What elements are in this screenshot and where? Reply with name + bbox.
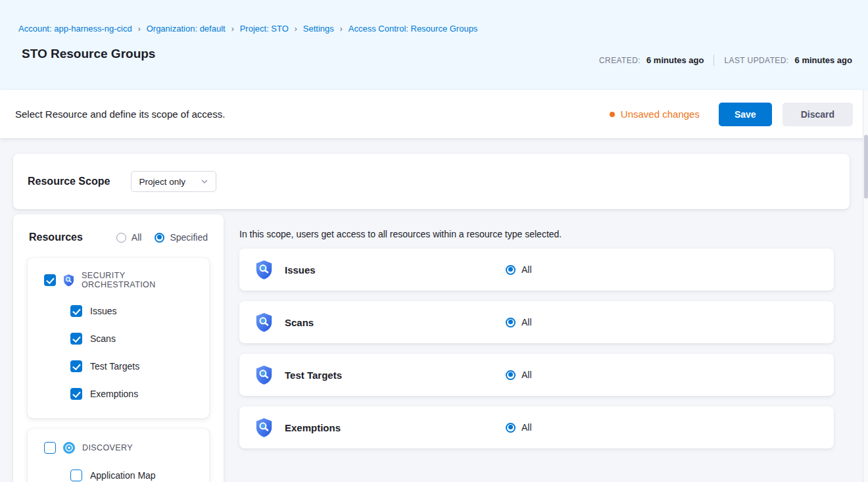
sto-shield-icon [63, 274, 74, 287]
chevron-right-icon: › [295, 24, 297, 34]
action-toolbar: Select Resource and define its scope of … [0, 90, 868, 138]
resource-item-issues: Issues [70, 305, 199, 317]
chevron-right-icon: › [340, 24, 343, 34]
resources-panel: Resources All Specified [13, 214, 224, 482]
scans-label: Scans [90, 333, 116, 344]
scope-info-text: In this scope, users get access to all r… [239, 229, 834, 239]
vertical-scrollbar[interactable] [863, 90, 868, 482]
resource-item-scans: Scans [70, 333, 199, 345]
issues-label: Issues [90, 306, 116, 316]
option-all-label: All [521, 370, 532, 380]
sto-shield-icon [255, 260, 273, 279]
scope-detail-panel: In this scope, users get access to all r… [239, 214, 850, 459]
radio-specified-label: Specified [170, 232, 208, 243]
group-label-security-orchestration: SECURITY ORCHESTRATION [82, 271, 199, 289]
discovery-checkbox[interactable] [44, 442, 56, 454]
exemptions-scope-radio-all[interactable]: All [506, 422, 532, 433]
resource-item-test-targets: Test Targets [70, 360, 199, 372]
resource-item-application-map: Application Map [70, 470, 199, 481]
sto-shield-icon [255, 418, 273, 437]
radio-all-label: All [132, 232, 142, 243]
breadcrumb-settings-link[interactable]: Settings [303, 24, 334, 34]
content-area: Resource Scope Project only Resources Al… [0, 138, 868, 482]
breadcrumb: Account: app-harness-ng-cicd › Organizat… [18, 24, 852, 34]
exemptions-label: Exemptions [90, 389, 138, 399]
header-meta: CREATED: 6 minutes ago LAST UPDATED: 6 m… [599, 55, 852, 66]
sto-shield-icon [255, 366, 273, 385]
breadcrumb-account-link[interactable]: Account: app-harness-ng-cicd [18, 24, 132, 34]
resource-group-discovery: DISCOVERY Application Map [28, 429, 209, 482]
unsaved-dot-icon [610, 112, 615, 117]
last-updated-label: LAST UPDATED: [724, 56, 788, 65]
resource-card-issues: Issues All [239, 249, 834, 291]
resource-scope-card: Resource Scope Project only [13, 154, 850, 209]
meta-divider [713, 55, 714, 66]
breadcrumb-project-link[interactable]: Project: STO [240, 24, 289, 34]
option-all-label: All [521, 264, 532, 275]
save-button[interactable]: Save [719, 103, 772, 126]
chevron-down-icon [201, 178, 208, 185]
page-header: Account: app-harness-ng-cicd › Organizat… [0, 0, 868, 90]
group-label-discovery: DISCOVERY [82, 443, 133, 452]
chevron-right-icon: › [231, 24, 234, 34]
radio-specified-icon[interactable] [155, 233, 164, 243]
radio-selected-icon[interactable] [506, 265, 516, 275]
issues-scope-radio-all[interactable]: All [506, 264, 532, 275]
radio-selected-icon[interactable] [506, 370, 516, 380]
test-targets-label: Test Targets [90, 361, 139, 372]
application-map-label: Application Map [90, 470, 156, 481]
created-value: 6 minutes ago [646, 55, 704, 65]
resource-card-exemptions: Exemptions All [239, 406, 834, 448]
radio-selected-icon[interactable] [506, 318, 516, 327]
option-all-label: All [521, 422, 532, 433]
resources-title: Resources [29, 231, 83, 243]
card-title-test-targets: Test Targets [285, 370, 506, 381]
radio-selected-icon[interactable] [506, 423, 516, 433]
radio-all[interactable]: All [116, 232, 142, 243]
scans-scope-radio-all[interactable]: All [506, 317, 532, 327]
resource-group-security-orchestration: SECURITY ORCHESTRATION Issues Scans Test… [28, 258, 209, 418]
discard-button[interactable]: Discard [783, 103, 853, 126]
card-title-scans: Scans [285, 317, 506, 328]
discovery-icon [63, 442, 75, 454]
resource-scope-selected-value: Project only [139, 177, 185, 187]
scrollbar-thumb[interactable] [864, 135, 868, 199]
exemptions-checkbox[interactable] [70, 388, 82, 400]
scans-checkbox[interactable] [70, 333, 82, 345]
resource-card-scans: Scans All [239, 301, 834, 343]
resource-item-exemptions: Exemptions [70, 388, 199, 400]
sto-shield-icon [255, 313, 273, 332]
toolbar-description: Select Resource and define its scope of … [15, 108, 225, 120]
breadcrumb-organization-link[interactable]: Organization: default [147, 24, 226, 34]
card-title-issues: Issues [285, 264, 506, 276]
resource-scope-select[interactable]: Project only [131, 171, 216, 192]
card-title-exemptions: Exemptions [285, 422, 506, 433]
last-updated-value: 6 minutes ago [795, 55, 852, 65]
radio-specified[interactable]: Specified [155, 232, 208, 243]
test-targets-checkbox[interactable] [70, 360, 82, 372]
resource-scope-label: Resource Scope [28, 176, 110, 187]
unsaved-changes-label: Unsaved changes [621, 108, 700, 120]
option-all-label: All [521, 317, 532, 327]
created-label: CREATED: [599, 56, 640, 65]
radio-all-icon[interactable] [116, 233, 126, 243]
issues-checkbox[interactable] [70, 305, 82, 317]
application-map-checkbox[interactable] [70, 470, 82, 481]
test-targets-scope-radio-all[interactable]: All [506, 370, 532, 380]
breadcrumb-resource-groups-link[interactable]: Access Control: Resource Groups [349, 24, 478, 34]
security-orchestration-checkbox[interactable] [44, 274, 56, 286]
resource-card-test-targets: Test Targets All [239, 354, 834, 396]
chevron-right-icon: › [138, 24, 141, 34]
